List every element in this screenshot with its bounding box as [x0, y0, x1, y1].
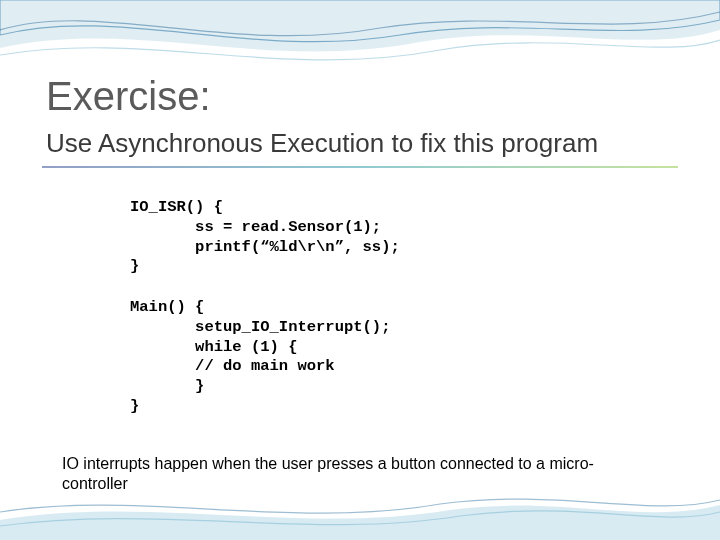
title-underline	[42, 166, 678, 168]
code-block-main: Main() { setup_IO_Interrupt(); while (1)…	[130, 298, 390, 417]
code-block-isr: IO_ISR() { ss = read.Sensor(1); printf(“…	[130, 198, 400, 277]
decorative-wave-bottom	[0, 490, 720, 540]
footnote-text: IO interrupts happen when the user press…	[62, 454, 622, 494]
slide-subtitle: Use Asynchronous Execution to fix this p…	[46, 128, 598, 159]
decorative-wave-top	[0, 0, 720, 80]
slide-title: Exercise:	[46, 74, 211, 119]
